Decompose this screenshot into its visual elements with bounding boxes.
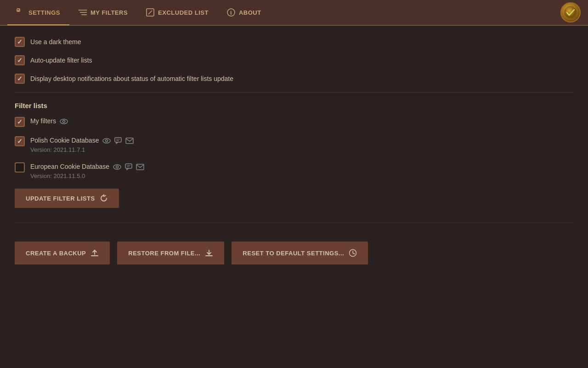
my-filters-name: My filters: [30, 117, 56, 125]
svg-point-19: [116, 166, 119, 168]
svg-rect-23: [136, 164, 144, 170]
reset-to-default-label: RESET TO DEFAULT SETTINGS...: [243, 250, 344, 257]
dark-theme-row[interactable]: Use a dark theme: [15, 37, 573, 47]
svg-text:i: i: [230, 10, 232, 16]
auto-update-row[interactable]: Auto-update filter lists: [15, 55, 573, 65]
auto-update-label: Auto-update filter lists: [30, 57, 92, 64]
notifications-checkbox[interactable]: [15, 74, 25, 84]
dark-theme-checkbox[interactable]: [15, 37, 25, 47]
european-cookie-name: European Cookie Database: [30, 163, 109, 170]
notifications-label: Display desktop notifications about stat…: [30, 75, 233, 82]
filter-item-polish-cookie: Polish Cookie Database: [15, 136, 573, 153]
refresh-icon: [100, 194, 108, 202]
polish-cookie-row: Polish Cookie Database: [30, 136, 134, 144]
polish-cookie-mail-icon[interactable]: [125, 136, 134, 144]
my-filters-row: My filters: [30, 117, 68, 125]
nav-settings[interactable]: SETTINGS: [7, 0, 69, 25]
my-filters-eye-icon[interactable]: [60, 117, 68, 125]
app-logo: [560, 2, 581, 23]
european-cookie-row: European Cookie Database: [30, 162, 144, 171]
polish-cookie-checkbox[interactable]: [15, 136, 25, 146]
european-cookie-comment-icon[interactable]: [125, 162, 132, 171]
update-filter-lists-button[interactable]: UPDATE FILTER LISTS: [15, 189, 119, 208]
svg-rect-14: [115, 138, 121, 142]
polish-cookie-content: Polish Cookie Database: [30, 136, 134, 153]
svg-point-13: [106, 139, 108, 142]
filter-item-my-filters: My filters: [15, 117, 573, 127]
dark-theme-label: Use a dark theme: [30, 38, 81, 46]
bottom-buttons: CREATE A BACKUP RESTORE FROM FILE... RES…: [15, 242, 573, 264]
svg-point-12: [103, 138, 110, 143]
about-icon: i: [227, 8, 235, 17]
update-filter-lists-label: UPDATE FILTER LISTS: [26, 195, 95, 202]
create-backup-label: CREATE A BACKUP: [26, 250, 86, 257]
divider-1: [15, 92, 573, 92]
header: SETTINGS MY FILTERS EXCLUDED LIST i: [0, 0, 588, 26]
my-filters-checkbox[interactable]: [15, 117, 25, 127]
auto-update-checkbox[interactable]: [15, 55, 25, 65]
nav-excluded-list[interactable]: EXCLUDED LIST: [137, 0, 218, 25]
nav-about-label: ABOUT: [239, 9, 261, 16]
svg-point-10: [60, 119, 68, 124]
nav-my-filters-label: MY FILTERS: [90, 9, 128, 16]
european-cookie-checkbox[interactable]: [15, 162, 25, 172]
notifications-row[interactable]: Display desktop notifications about stat…: [15, 74, 573, 84]
filter-lists-title: Filter lists: [15, 102, 573, 109]
svg-point-11: [63, 120, 65, 122]
svg-line-6: [148, 11, 152, 14]
my-filters-icon: [79, 8, 87, 17]
excluded-list-icon: [146, 8, 154, 17]
european-cookie-eye-icon[interactable]: [113, 162, 121, 171]
european-cookie-version: Version: 2021.11.5.0: [30, 172, 144, 179]
svg-rect-20: [125, 164, 132, 168]
nav-settings-label: SETTINGS: [28, 9, 60, 16]
reset-to-default-button[interactable]: RESET TO DEFAULT SETTINGS...: [232, 242, 368, 264]
restore-from-file-label: RESTORE FROM FILE...: [128, 250, 200, 257]
european-cookie-content: European Cookie Database: [30, 162, 144, 179]
upload-icon: [90, 249, 99, 257]
polish-cookie-comment-icon[interactable]: [114, 136, 122, 144]
nav-excluded-list-label: EXCLUDED LIST: [158, 9, 209, 16]
restore-from-file-button[interactable]: RESTORE FROM FILE...: [117, 242, 224, 264]
polish-cookie-eye-icon[interactable]: [102, 136, 111, 144]
svg-rect-17: [126, 138, 133, 144]
polish-cookie-name: Polish Cookie Database: [30, 137, 99, 144]
polish-cookie-version: Version: 2021.11.7.1: [30, 146, 134, 153]
divider-2: [15, 223, 573, 223]
nav-about[interactable]: i ABOUT: [218, 0, 271, 25]
european-cookie-mail-icon[interactable]: [136, 162, 144, 171]
create-backup-button[interactable]: CREATE A BACKUP: [15, 242, 110, 264]
main-content: Use a dark theme Auto-update filter list…: [0, 26, 588, 276]
settings-icon: [17, 8, 25, 17]
filter-item-european-cookie: European Cookie Database: [15, 162, 573, 179]
nav-my-filters[interactable]: MY FILTERS: [69, 0, 137, 25]
download-icon: [205, 249, 213, 257]
svg-point-18: [113, 165, 121, 169]
clock-icon: [349, 249, 357, 257]
my-filters-content: My filters: [30, 117, 68, 125]
